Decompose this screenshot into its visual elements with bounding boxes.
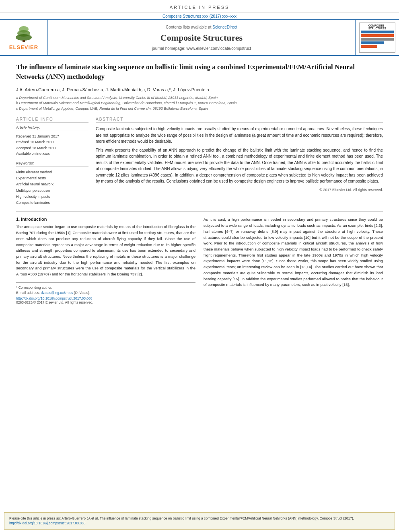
authors-line: J.A. Artero-Guerrero a, J. Pernas-Sánche… [16, 87, 383, 92]
citation-link[interactable]: http://dx.doi.org/10.1016/j.compstruct.2… [9, 521, 86, 525]
abstract-title: ABSTRACT [96, 117, 383, 123]
cs-stripe-red2 [361, 45, 377, 48]
journal-name: Composite Structures [160, 33, 243, 43]
intro-heading: 1. Introduction [16, 217, 195, 222]
keyword-4: Multilayer perceptron [16, 188, 88, 194]
main-divider [16, 212, 383, 212]
body-text-col2: As it is said, a high performance is nee… [204, 217, 383, 288]
abstract-para-2: This work presents the capability of an … [96, 147, 383, 185]
citation-bar: Please cite this article in press as: Ar… [4, 512, 395, 530]
article-content: The influence of laminate stacking seque… [0, 56, 399, 508]
email-link[interactable]: dvaras@ing.uc3m.es [41, 291, 73, 295]
keyword-3: Artificial neural network [16, 181, 88, 187]
svg-rect-4 [23, 40, 25, 42]
journal-header: ELSEVIER Contents lists available at Sci… [0, 19, 399, 56]
article-info-panel: ARTICLE INFO Article history: Received 3… [16, 117, 88, 206]
accepted-text: Accepted 18 March 2017 [16, 145, 88, 151]
affiliation-b: b Department of Materials Science and Me… [16, 101, 383, 106]
article-info-abstract: ARTICLE INFO Article history: Received 3… [16, 117, 383, 206]
doi-footer: http://dx.doi.org/10.1016/j.compstruct.2… [16, 296, 195, 300]
keyword-1: Finite element method [16, 169, 88, 175]
intro-para-1: The aerospace sector began to use compos… [16, 224, 195, 277]
doi-link[interactable]: http://dx.doi.org/10.1016/j.compstruct.2… [16, 296, 93, 300]
keywords-divider [16, 166, 88, 167]
body-col-right: As it is said, a high performance is nee… [204, 217, 383, 304]
affiliation-c: c Department of Metallurgy, Appbas, Camp… [16, 106, 383, 112]
revised-text: Revised 16 March 2017 [16, 139, 88, 145]
cs-stripe-blue [361, 31, 394, 33]
intro-para-2: As it is said, a high performance is nee… [204, 217, 383, 288]
article-title: The influence of laminate stacking seque… [16, 62, 383, 82]
abstract-section: ABSTRACT Composite laminates subjected t… [96, 117, 383, 206]
keyword-2: Experimental tests [16, 175, 88, 181]
history-title: Article history: [16, 125, 88, 129]
email-line: E-mail address: dvaras@ing.uc3m.es (D. V… [16, 290, 195, 296]
cs-stripe-blue2 [361, 41, 384, 44]
elsevier-logo-area: ELSEVIER [0, 20, 48, 55]
body-two-col: 1. Introduction The aerospace sector beg… [16, 217, 383, 304]
copyright-line: © 2017 Elsevier Ltd. All rights reserved… [96, 188, 383, 192]
cs-logo-area: COMPOSITESTRUCTURES [355, 20, 399, 55]
article-info-title: ARTICLE INFO [16, 117, 88, 123]
corresponding-author: * Corresponding author. [16, 285, 195, 290]
doi-line: Composite Structures xxx (2017) xxx–xxx [0, 12, 399, 19]
affiliation-a: a Department of Continuum Mechanics and … [16, 95, 383, 101]
journal-homepage: journal homepage: www.elsevier.com/locat… [152, 46, 251, 51]
abstract-para-1: Composite laminates subjected to high ve… [96, 126, 383, 145]
cs-stripe-red [361, 34, 394, 37]
contents-line: Contents lists available at ScienceDirec… [166, 25, 237, 29]
article-in-press-banner: ARTICLE IN PRESS [0, 0, 399, 12]
keyword-6: Composite laminates [16, 200, 88, 206]
footnote-area: * Corresponding author. E-mail address: … [16, 282, 195, 305]
body-text-col1: The aerospace sector began to use compos… [16, 224, 195, 277]
keywords-list: Finite element method Experimental tests… [16, 169, 88, 206]
cs-logo-text: COMPOSITESTRUCTURES [368, 24, 386, 30]
sciencedirect-link[interactable]: ScienceDirect [212, 25, 237, 29]
cs-stripe-gray [361, 38, 394, 41]
rights-text: 0263-8223/© 2017 Elsevier Ltd. All right… [16, 300, 195, 304]
affiliations: a Department of Continuum Mechanics and … [16, 95, 383, 112]
keyword-5: High velocity impacts [16, 194, 88, 200]
body-col-left: 1. Introduction The aerospace sector beg… [16, 217, 195, 304]
cs-logo: COMPOSITESTRUCTURES [359, 23, 395, 53]
svg-point-3 [16, 34, 32, 41]
elsevier-tree-icon [9, 25, 38, 43]
journal-header-center: Contents lists available at ScienceDirec… [48, 20, 355, 55]
elsevier-logo: ELSEVIER [9, 25, 38, 50]
keywords-title: Keywords: [16, 161, 88, 165]
banner-text: ARTICLE IN PRESS [170, 5, 230, 10]
citation-text: Please cite this article in press as: Ar… [9, 516, 354, 520]
elsevier-name-text: ELSEVIER [9, 44, 38, 50]
page: ARTICLE IN PRESS Composite Structures xx… [0, 0, 399, 532]
history-divider [16, 131, 88, 131]
available-text: Available online xxxx [16, 151, 88, 156]
abstract-text: Composite laminates subjected to high ve… [96, 126, 383, 185]
doi-text: Composite Structures xxx (2017) xxx–xxx [162, 14, 237, 18]
received-text: Received 31 January 2017 [16, 134, 88, 139]
